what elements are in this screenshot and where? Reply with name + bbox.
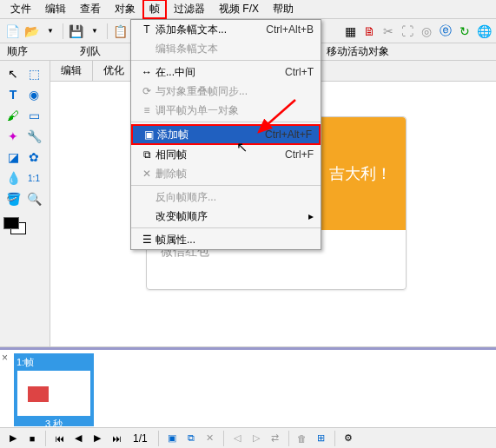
- open-icon[interactable]: 📂: [23, 23, 40, 40]
- copy-icon[interactable]: 📋: [111, 23, 129, 40]
- menu-view[interactable]: 查看: [73, 0, 108, 19]
- submenu-arrow-icon: ▸: [308, 210, 314, 222]
- save-icon[interactable]: 💾: [67, 23, 84, 40]
- fill-tool[interactable]: 🪣: [3, 189, 23, 208]
- del-icon[interactable]: ✕: [202, 431, 218, 446]
- next-icon[interactable]: ▶: [89, 431, 105, 446]
- flatten-icon: ≡: [138, 104, 155, 116]
- menu-change-order[interactable]: 改变帧顺序 ▸: [131, 207, 321, 226]
- first-icon[interactable]: ⏮: [51, 431, 67, 446]
- add-frame-icon: ▣: [140, 128, 157, 141]
- menu-file[interactable]: 文件: [3, 0, 38, 19]
- dup-icon[interactable]: ⧉: [183, 431, 199, 446]
- separator: [131, 227, 321, 228]
- cut-icon[interactable]: ✂: [380, 23, 397, 40]
- playbar: ▶ ■ ⏮ ◀ ▶ ⏭ 1/1 ▣ ⧉ ✕ ◁ ▷ ⇄ 🗑 ⊞ ⚙: [0, 427, 496, 448]
- same-frame-icon: ⧉: [138, 148, 155, 161]
- tab-optimize[interactable]: 优化: [93, 61, 136, 81]
- stop-icon[interactable]: ■: [24, 431, 40, 446]
- flip-icon[interactable]: ⇄: [268, 431, 283, 446]
- menu-delete-frame: ✕ 删除帧: [131, 164, 321, 183]
- order-label: 顺序: [7, 44, 28, 59]
- shape-tool[interactable]: ◪: [3, 148, 23, 167]
- prev-icon[interactable]: ◀: [70, 431, 86, 446]
- menu-object[interactable]: 对象: [108, 0, 142, 19]
- new-icon[interactable]: 📄: [3, 23, 21, 40]
- tool-panel: ↖⬚ T◉ 🖌▭ ✦🔧 ◪✿ 💧1:1 🪣🔍: [0, 61, 50, 346]
- menu-help[interactable]: 帮助: [266, 0, 301, 19]
- eyedrop-tool[interactable]: 💧: [3, 168, 23, 188]
- frame-thumbnail[interactable]: 1:帧 3 秒: [14, 353, 94, 426]
- frames-panel: × 1:帧 3 秒: [0, 347, 496, 434]
- spray-tool[interactable]: ✿: [24, 148, 43, 167]
- select-tool[interactable]: ⬚: [24, 64, 43, 83]
- left-icon[interactable]: ◁: [229, 431, 245, 446]
- circle-tool[interactable]: ◉: [24, 85, 43, 104]
- move-label: 移动活动对象: [327, 44, 389, 59]
- settings-icon[interactable]: ⚙: [341, 431, 356, 446]
- pointer-tool[interactable]: ↖: [3, 64, 23, 83]
- queue-label: 列队: [80, 44, 101, 59]
- frame-count: 1/1: [133, 432, 148, 445]
- add-icon[interactable]: ▣: [164, 431, 180, 446]
- dropdown-icon[interactable]: ▼: [86, 23, 103, 40]
- trash-icon[interactable]: 🗑: [294, 431, 310, 446]
- menu-add-frame[interactable]: ▣ 添加帧 Ctrl+Alt+F: [131, 124, 321, 145]
- menu-reverse-order: 反向帧顺序...: [131, 188, 321, 207]
- menu-video[interactable]: 视频 F/X: [212, 0, 266, 19]
- delete-icon: ✕: [138, 168, 155, 180]
- frame-dropdown: T 添加条幅文本... Ctrl+Alt+B 编辑条幅文本 ↔ 在...中间 C…: [130, 19, 321, 250]
- menu-frame[interactable]: 帧: [142, 0, 167, 19]
- text-icon: T: [138, 23, 155, 36]
- tab-edit[interactable]: 编辑: [50, 61, 93, 81]
- menu-filter[interactable]: 过滤器: [167, 0, 212, 19]
- square-tool[interactable]: ▭: [24, 106, 43, 125]
- color-swatch[interactable]: [3, 217, 30, 238]
- play-icon[interactable]: ▶: [5, 431, 21, 446]
- text-tool[interactable]: T: [3, 85, 23, 104]
- target-icon[interactable]: ◎: [418, 23, 435, 40]
- between-icon: ↔: [138, 66, 155, 78]
- menu-add-banner-text[interactable]: T 添加条幅文本... Ctrl+Alt+B: [131, 20, 321, 39]
- magnify-tool[interactable]: 🔍: [24, 189, 43, 208]
- zoom-tool[interactable]: 1:1: [24, 168, 43, 188]
- menu-edit[interactable]: 编辑: [38, 0, 73, 19]
- separator: [131, 60, 321, 61]
- ie-icon[interactable]: ⓔ: [437, 23, 454, 40]
- close-panel-icon[interactable]: ×: [0, 350, 10, 434]
- menu-frame-props[interactable]: ☰ 帧属性...: [131, 230, 321, 249]
- dropdown-icon[interactable]: ▼: [42, 23, 59, 40]
- menu-same-frame[interactable]: ⧉ 相同帧 Ctrl+F: [131, 145, 321, 164]
- sync-icon: ⟳: [138, 85, 155, 97]
- menu-in-between[interactable]: ↔ 在...中间 Ctrl+T: [131, 63, 321, 82]
- grid-icon[interactable]: ⊞: [314, 431, 329, 446]
- separator: [131, 185, 321, 186]
- menu-sync-overlap: ⟳ 与对象重叠帧同步...: [131, 82, 321, 101]
- wrench-tool[interactable]: 🔧: [24, 127, 43, 146]
- globe-icon[interactable]: 🌐: [475, 23, 493, 40]
- expand-icon[interactable]: ⛶: [399, 23, 416, 40]
- menu-flatten: ≡ 调平帧为单一对象: [131, 101, 321, 120]
- frame-label: 1:帧: [17, 356, 91, 369]
- menubar: 文件 编辑 查看 对象 帧 过滤器 视频 F/X 帮助: [0, 0, 496, 19]
- frame-preview: [17, 371, 90, 416]
- cursor-icon: ↖: [236, 139, 248, 155]
- wand-tool[interactable]: ✦: [3, 127, 23, 146]
- right-icon[interactable]: ▷: [248, 431, 264, 446]
- frame-icon[interactable]: ▦: [341, 23, 359, 40]
- separator: [131, 122, 321, 122]
- brush-tool[interactable]: 🖌: [3, 106, 23, 125]
- doc-icon[interactable]: 🗎: [360, 23, 378, 40]
- last-icon[interactable]: ⏭: [109, 431, 124, 446]
- props-icon: ☰: [138, 234, 155, 246]
- refresh-icon[interactable]: ↻: [456, 23, 473, 40]
- menu-edit-banner-text: 编辑条幅文本: [131, 39, 321, 58]
